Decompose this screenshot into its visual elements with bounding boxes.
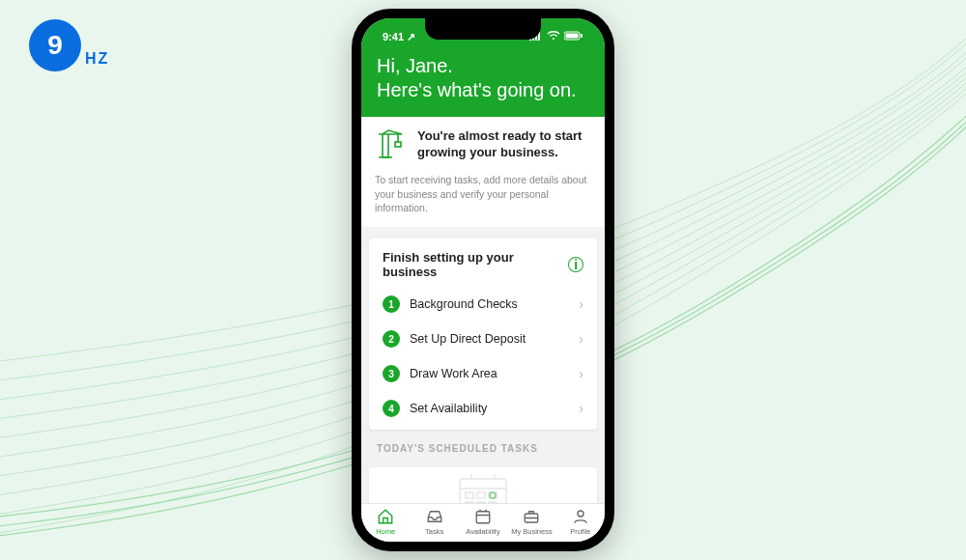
- info-icon[interactable]: i: [568, 257, 583, 272]
- svg-rect-9: [460, 479, 506, 503]
- step-number: 4: [383, 400, 400, 417]
- brand-logo: 9 HZ: [29, 19, 109, 71]
- setup-title: Finish setting up your business: [383, 250, 568, 279]
- svg-point-19: [578, 511, 583, 517]
- step-label: Set Up Direct Deposit: [410, 332, 569, 346]
- svg-rect-17: [476, 512, 490, 523]
- svg-point-16: [490, 492, 496, 498]
- calendar-icon: [474, 508, 492, 525]
- setup-step-background-checks[interactable]: 1 Background Checks ›: [383, 287, 583, 322]
- crane-icon: [375, 128, 408, 165]
- nav-label: Home: [376, 527, 395, 536]
- inbox-icon: [426, 508, 443, 525]
- calendar-placeholder-icon: [383, 467, 583, 503]
- svg-rect-14: [477, 502, 485, 503]
- svg-rect-1: [532, 36, 534, 41]
- chevron-right-icon: ›: [579, 401, 583, 416]
- svg-point-4: [553, 38, 554, 40]
- step-number: 1: [383, 295, 400, 313]
- nav-tasks[interactable]: Tasks: [410, 508, 458, 536]
- logo-suffix: HZ: [85, 50, 109, 68]
- phone-frame: 9:41 ↗ Hi, Jane. Here's what's going on.: [352, 9, 614, 551]
- svg-rect-2: [535, 34, 537, 41]
- step-number: 3: [383, 365, 400, 382]
- svg-rect-10: [466, 492, 473, 498]
- home-icon: [377, 508, 394, 525]
- setup-step-direct-deposit[interactable]: 2 Set Up Direct Deposit ›: [383, 322, 583, 356]
- nav-label: Tasks: [425, 527, 443, 536]
- battery-icon: [564, 31, 583, 42]
- setup-card: Finish setting up your business i 1 Back…: [369, 238, 597, 430]
- onboarding-message-card: You're almost ready to start growing you…: [361, 117, 605, 227]
- svg-rect-6: [566, 34, 579, 39]
- nav-availability[interactable]: Availability: [459, 508, 507, 536]
- logo-badge: 9: [29, 19, 81, 71]
- chevron-right-icon: ›: [579, 296, 583, 312]
- svg-rect-11: [477, 492, 485, 498]
- setup-step-set-availability[interactable]: 4 Set Availability ›: [383, 391, 583, 426]
- step-label: Draw Work Area: [410, 367, 569, 380]
- status-time: 9:41 ↗: [383, 31, 415, 43]
- status-icons: [529, 31, 583, 42]
- onboarding-title: You're almost ready to start growing you…: [417, 128, 591, 161]
- nav-home[interactable]: Home: [361, 508, 410, 536]
- step-label: Background Checks: [410, 297, 569, 311]
- profile-icon: [572, 508, 589, 525]
- wifi-icon: [547, 31, 560, 42]
- scroll-content[interactable]: You're almost ready to start growing you…: [361, 117, 605, 503]
- briefcase-icon: [523, 508, 540, 525]
- nav-label: Availability: [466, 527, 499, 536]
- greeting-line-1: Hi, Jane.: [377, 55, 589, 77]
- chevron-right-icon: ›: [579, 366, 583, 381]
- nav-profile[interactable]: Profile: [556, 508, 605, 536]
- svg-rect-7: [581, 34, 582, 38]
- status-bar: 9:41 ↗: [377, 26, 589, 45]
- bottom-nav: Home Tasks Availability My Business Prof…: [361, 503, 605, 542]
- svg-rect-3: [538, 32, 540, 41]
- step-label: Set Availability: [410, 402, 569, 415]
- nav-my-business[interactable]: My Business: [507, 508, 555, 536]
- svg-rect-13: [466, 502, 473, 503]
- onboarding-body: To start receiving tasks, add more detai…: [375, 173, 591, 215]
- today-section-title: TODAY'S SCHEDULED TASKS: [361, 430, 605, 454]
- chevron-right-icon: ›: [579, 331, 583, 347]
- nav-label: My Business: [511, 527, 553, 536]
- greeting-line-2: Here's what's going on.: [377, 79, 589, 101]
- svg-rect-8: [395, 142, 401, 147]
- step-number: 2: [383, 330, 400, 348]
- signal-icon: [529, 31, 543, 42]
- setup-step-draw-work-area[interactable]: 3 Draw Work Area ›: [383, 356, 583, 391]
- phone-screen: 9:41 ↗ Hi, Jane. Here's what's going on.: [361, 18, 605, 542]
- svg-rect-15: [489, 502, 497, 503]
- svg-rect-0: [529, 38, 531, 41]
- location-arrow-icon: ↗: [407, 31, 415, 42]
- nav-label: Profile: [570, 527, 590, 536]
- today-card: Here's where you'll find a list of today…: [369, 467, 597, 503]
- app-header: 9:41 ↗ Hi, Jane. Here's what's going on.: [361, 18, 605, 117]
